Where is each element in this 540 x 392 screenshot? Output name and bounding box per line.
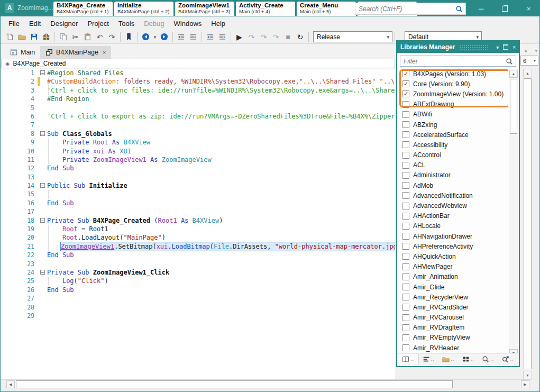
- package-icon[interactable]: [40, 31, 52, 43]
- unchecked-checkbox[interactable]: [402, 274, 409, 280]
- code-line-9[interactable]: 9 Private Root As B4XView: [1, 138, 395, 147]
- library-item-zoomimageview[interactable]: ✓ZoomImageView (Version: 1.00): [399, 89, 508, 99]
- code-line-17[interactable]: 17: [1, 207, 395, 216]
- code-line-1[interactable]: 1−#Region Shared Files: [1, 69, 395, 77]
- library-item-accessibility[interactable]: Accessibility: [399, 140, 508, 150]
- code-line-3[interactable]: 3'Ctrl + click to sync files: ide://run?…: [1, 86, 395, 95]
- panel-tab-modules-grid-panel-icon[interactable]: ..: [459, 354, 479, 364]
- menu-project[interactable]: Project: [83, 18, 113, 29]
- library-item-advancedwebview[interactable]: AdvancedWebview: [399, 200, 508, 211]
- library-item-ahquickaction[interactable]: AHQuickAction: [399, 251, 508, 261]
- navigate-forward-icon[interactable]: [158, 31, 170, 43]
- new-file-icon[interactable]: [4, 31, 16, 43]
- unchecked-checkbox[interactable]: [402, 162, 409, 169]
- stop-icon[interactable]: ■: [282, 31, 294, 43]
- menu-tools[interactable]: Tools: [114, 18, 139, 29]
- maximize-button[interactable]: [493, 1, 517, 16]
- code-line-11[interactable]: 11 Private ZoomImageView1 As ZoomImageVi…: [1, 156, 395, 164]
- tab-scroll-right-icon[interactable]: ▸: [525, 48, 528, 53]
- unchecked-checkbox[interactable]: [402, 141, 409, 148]
- code-line-29[interactable]: 29: [1, 312, 395, 320]
- libraries-manager-header[interactable]: Libraries Manager ▾ ×: [397, 41, 519, 53]
- code-line-16[interactable]: 16End Sub: [1, 199, 395, 207]
- menu-edit[interactable]: Edit: [24, 18, 45, 29]
- unchecked-checkbox[interactable]: [402, 243, 409, 250]
- code-line-23[interactable]: 23: [1, 260, 395, 268]
- cut-icon[interactable]: ✂: [69, 31, 81, 43]
- library-item-amir_glide[interactable]: Amir_Glide: [399, 282, 508, 292]
- library-item-abzxing[interactable]: ABZxing: [399, 120, 508, 130]
- unchecked-checkbox[interactable]: [402, 131, 409, 138]
- library-item-b4xpages[interactable]: ✓B4XPages (Version: 1.03): [399, 69, 508, 79]
- unchecked-checkbox[interactable]: [402, 263, 409, 270]
- indent-icon[interactable]: [187, 31, 199, 43]
- panel-tab-logs-lines-panel-icon[interactable]: ..: [419, 354, 439, 364]
- code-line-27[interactable]: 27: [1, 294, 395, 303]
- panel-tab-find-all-panel-icon[interactable]: ..: [498, 354, 518, 364]
- library-item-ahlocale[interactable]: AHLocale: [399, 221, 508, 231]
- menu-designer[interactable]: Designer: [45, 18, 83, 29]
- unchecked-checkbox[interactable]: [402, 203, 409, 209]
- code-line-14[interactable]: 14−Public Sub Initialize: [1, 181, 395, 190]
- quick-tab-b4xpage_create[interactable]: B4XPage_CreateB4XMainPage (ctrl + 1): [53, 2, 113, 16]
- tab-b4xmainpage[interactable]: B4XMainPage ×: [40, 46, 111, 59]
- horizontal-scroll-thumb[interactable]: [16, 380, 453, 388]
- fold-collapse-icon[interactable]: −: [40, 270, 45, 275]
- search-icon[interactable]: [455, 5, 463, 13]
- unchecked-checkbox[interactable]: [402, 334, 409, 341]
- save-icon[interactable]: [28, 31, 40, 43]
- minimize-button[interactable]: ─: [469, 1, 493, 16]
- unchecked-checkbox[interactable]: [402, 172, 409, 179]
- library-item-amir_rvemptyview[interactable]: Amir_RVEmptyView: [399, 333, 508, 343]
- scroll-down-icon[interactable]: ▼: [523, 371, 532, 379]
- comment-icon[interactable]: [204, 31, 216, 43]
- quick-tab-initialize[interactable]: InitializeB4XMainPage (ctrl + 2): [114, 2, 173, 16]
- library-item-amir_rvcarousel[interactable]: Amir_RVCarousel: [399, 313, 508, 323]
- panel-tab-find-panel-icon[interactable]: ..: [478, 354, 498, 364]
- quick-tab-activity_create[interactable]: Activity_CreateMain (ctrl + 4): [236, 2, 295, 16]
- code-line-25[interactable]: 25 Log("Click"): [1, 277, 395, 285]
- unchecked-checkbox[interactable]: [402, 304, 409, 311]
- global-search[interactable]: [355, 3, 466, 15]
- resume-icon[interactable]: ↷: [245, 31, 258, 43]
- library-item-ahnavigationdrawer[interactable]: AHNavigationDrawer: [399, 231, 508, 241]
- unchecked-checkbox[interactable]: [402, 213, 409, 220]
- library-item-amir_recyclerview[interactable]: Amir_RecyclerView: [399, 292, 508, 302]
- run-icon[interactable]: ▶: [233, 31, 245, 43]
- unchecked-checkbox[interactable]: [402, 324, 409, 331]
- library-item-amir_rvheader[interactable]: Amir_RVHeader: [399, 343, 508, 353]
- code-line-6[interactable]: 6'Ctrl + click to export as zip: ide://r…: [1, 112, 395, 121]
- code-line-2[interactable]: 2#CustomBuildAction: folders ready, %WIN…: [1, 77, 395, 86]
- undo-icon[interactable]: ↶: [94, 31, 106, 43]
- code-line-20[interactable]: 20 Root.LoadLayout("MainPage"): [1, 233, 395, 242]
- code-line-7[interactable]: 7: [1, 121, 395, 129]
- menu-file[interactable]: File: [4, 18, 24, 29]
- panel-tab-files-folder-panel-icon[interactable]: ..: [438, 354, 459, 364]
- library-item-abwifi[interactable]: ABWifi: [399, 110, 508, 120]
- unchecked-checkbox[interactable]: [402, 192, 409, 199]
- unchecked-checkbox[interactable]: [402, 284, 409, 290]
- vertical-scroll-thumb[interactable]: [524, 78, 532, 369]
- editor-zoom-dropdown[interactable]: 6 ▾: [520, 56, 538, 66]
- code-line-12[interactable]: 12End Sub: [1, 164, 395, 172]
- panel-tab-open-book-panel-icon[interactable]: ..: [398, 354, 419, 364]
- code-line-19[interactable]: 19 Root = Root1: [1, 225, 395, 233]
- panel-float-icon[interactable]: [503, 44, 508, 50]
- code-line-13[interactable]: 13: [1, 173, 395, 181]
- fold-collapse-icon[interactable]: −: [40, 218, 45, 223]
- unchecked-checkbox[interactable]: [402, 152, 409, 159]
- code-line-28[interactable]: 28: [1, 303, 395, 312]
- bookmark-icon[interactable]: [123, 31, 135, 43]
- checked-checkbox[interactable]: ✓: [402, 70, 409, 77]
- tab-main[interactable]: Main: [5, 46, 40, 59]
- checked-checkbox[interactable]: ✓: [402, 80, 409, 87]
- navigate-back-icon[interactable]: [140, 31, 152, 43]
- library-item-admob[interactable]: AdMob: [399, 180, 508, 190]
- refresh-icon[interactable]: ↻: [294, 31, 306, 43]
- unchecked-checkbox[interactable]: [402, 314, 409, 321]
- open-project-icon[interactable]: [16, 31, 28, 43]
- step-over-icon[interactable]: ↷: [270, 31, 282, 43]
- code-line-24[interactable]: 24−Private Sub ZoomImageView1_Click: [1, 268, 395, 277]
- library-item-administrator[interactable]: Administrator: [399, 170, 508, 180]
- unchecked-checkbox[interactable]: [402, 111, 409, 118]
